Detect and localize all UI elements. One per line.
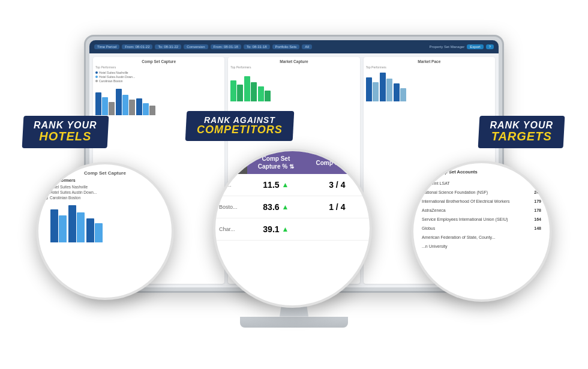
dashboard-cards: Comp Set Capture Top Performers Hotel Su… <box>89 53 499 287</box>
export-button[interactable]: Export <box>467 44 483 49</box>
market-bars <box>230 71 357 101</box>
dash-card-market-title: Market Capture <box>230 59 357 64</box>
right-val-1: 317 <box>531 179 542 187</box>
comp-bars <box>95 85 222 115</box>
toolbar-right: Property Set Manager Export ? <box>430 44 494 49</box>
dash-card-pace-title: Market Pace <box>366 59 493 64</box>
dash-card-market: Market Capture Top Performers <box>228 57 359 284</box>
toolbar-pill-from2[interactable]: From: 08-01-18 <box>211 44 241 49</box>
right-val-3: 179 <box>531 197 542 205</box>
monitor-neck <box>276 293 312 317</box>
property-set-manager-label: Property Set Manager <box>430 45 465 49</box>
right-val-4: 178 <box>531 206 542 214</box>
monitor-bezel: Time Period From: 08-01-22 To: 08-31-22 … <box>89 40 499 287</box>
dashboard: Time Period From: 08-01-22 To: 08-31-22 … <box>89 40 499 287</box>
pace-bars <box>366 71 493 101</box>
help-button[interactable]: ? <box>486 44 494 49</box>
comp-legend-3: Carolinian Boston <box>95 79 222 83</box>
monitor-frame: Time Period From: 08-01-22 To: 08-31-22 … <box>84 35 504 293</box>
dash-card-market-subtitle: Top Performers <box>230 65 357 69</box>
toolbar-pill-all[interactable]: All <box>302 44 312 49</box>
dash-card-pace-subtitle: Top Performers <box>366 65 493 69</box>
dash-card-comp-title: Comp Set Capture <box>95 59 222 64</box>
toolbar-pill-to2[interactable]: To: 08-31-18 <box>244 44 270 49</box>
toolbar-pill-from1[interactable]: From: 08-01-22 <box>122 44 152 49</box>
dash-card-comp-subtitle: Top Performers <box>95 65 222 69</box>
toolbar-pill-conversion[interactable]: Conversion <box>184 44 208 49</box>
scene: Time Period From: 08-01-22 To: 08-31-22 … <box>0 0 588 369</box>
right-val-2: 241 <box>531 188 542 196</box>
toolbar-pill-timeperiod[interactable]: Time Period <box>94 44 119 49</box>
toolbar-pill-portfolio[interactable]: Portfolio Sets <box>272 44 300 49</box>
comp-legend: Hotel Suites Nashville Hotel Suites Aust… <box>95 71 222 83</box>
monitor-base <box>240 317 348 328</box>
toolbar-pill-to1[interactable]: To: 08-31-22 <box>155 44 181 49</box>
comp-legend-2: Hotel Suites Austin Down... <box>95 75 222 79</box>
comp-legend-1: Hotel Suites Nashville <box>95 71 222 74</box>
dash-card-comp-set: Comp Set Capture Top Performers Hotel Su… <box>93 57 224 284</box>
right-val-8 <box>531 242 542 250</box>
right-val-6: 148 <box>531 224 542 232</box>
monitor: Time Period From: 08-01-22 To: 08-31-22 … <box>78 35 510 335</box>
right-val-5: 164 <box>531 215 542 223</box>
dashboard-toolbar: Time Period From: 08-01-22 To: 08-31-22 … <box>89 40 499 53</box>
right-val-7 <box>531 233 542 241</box>
dash-card-pace: Market Pace Top Performers <box>364 57 495 284</box>
